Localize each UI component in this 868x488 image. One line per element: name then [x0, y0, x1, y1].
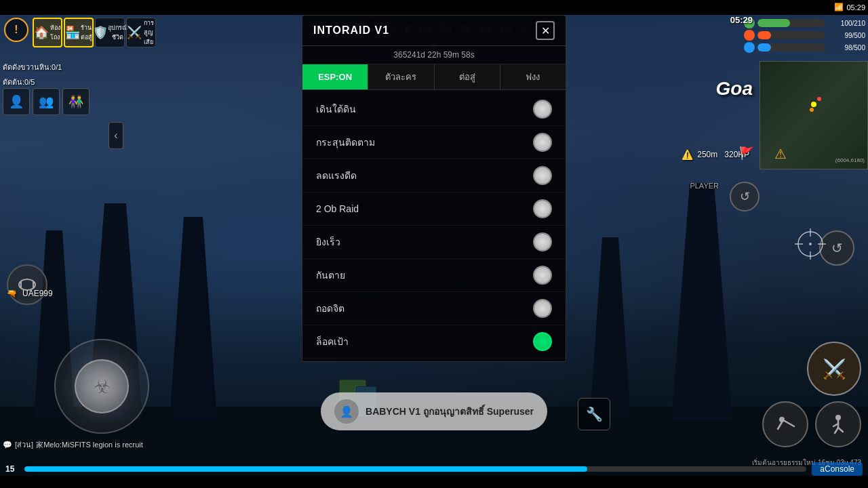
option-label-anti-death: กันตาย — [316, 268, 345, 283]
top-bar — [0, 0, 868, 15]
option-row-2ob-raid: 2 Ob Raid — [302, 192, 566, 226]
tab-esp[interactable]: ESP:ON — [302, 64, 368, 89]
time-value: 05:29 — [846, 3, 865, 12]
toggle-2ob-raid[interactable] — [533, 199, 552, 218]
option-label-reduce-recoil: ลดแรงดีด — [316, 168, 357, 183]
option-label-bullet-follow: กระสุนติดตาม — [316, 135, 375, 150]
dialog-title: INTORAID V1 — [313, 24, 389, 37]
option-label-remove-soul: ถอดจิต — [316, 301, 344, 316]
tab-combat[interactable]: ต่อสู่ — [435, 64, 500, 89]
option-row-walk-underground: เดินใต้ดิน — [302, 93, 566, 126]
option-label-lock-target: ล็อคเป้า — [316, 334, 349, 349]
toggle-lock-target[interactable] — [533, 332, 552, 351]
option-row-fast-shoot: ยิงเร็ว — [302, 226, 566, 259]
tab-misc[interactable]: ฟงง — [500, 64, 566, 89]
option-label-fast-shoot: ยิงเร็ว — [316, 235, 340, 249]
dialog-header: INTORAID V1 ✕ — [302, 16, 566, 46]
dialog-close-button[interactable]: ✕ — [536, 21, 555, 40]
tab-character[interactable]: ตัวละคร — [368, 64, 434, 89]
toggle-remove-soul[interactable] — [533, 299, 552, 318]
status-icons: 📶 05:29 — [834, 3, 865, 12]
toggle-anti-death[interactable] — [533, 266, 552, 285]
option-row-reduce-recoil: ลดแรงดีด — [302, 159, 566, 192]
option-row-lock-target: ล็อคเป้า — [302, 325, 566, 359]
dialog-tabs: ESP:ON ตัวละคร ต่อสู่ ฟงง — [302, 64, 566, 90]
dialog-subtitle: 365241d 22h 59m 58s — [302, 46, 566, 64]
toggle-fast-shoot[interactable] — [533, 232, 552, 251]
dialog-content: เดินใต้ดิน กระสุนติดตาม ลดแรงดีด 2 Ob Ra… — [302, 90, 566, 361]
intoraid-dialog[interactable]: INTORAID V1 ✕ 365241d 22h 59m 58s ESP:ON… — [302, 15, 566, 362]
wifi-icon: 📶 — [834, 3, 844, 12]
option-label-2ob-raid: 2 Ob Raid — [316, 203, 359, 214]
toggle-bullet-follow[interactable] — [533, 133, 552, 152]
bottom-bar — [0, 476, 868, 488]
option-row-anti-death: กันตาย — [302, 259, 566, 292]
option-row-bullet-follow: กระสุนติดตาม — [302, 126, 566, 159]
toggle-reduce-recoil[interactable] — [533, 166, 552, 185]
toggle-walk-underground[interactable] — [533, 100, 552, 119]
option-label-walk-underground: เดินใต้ดิน — [316, 102, 356, 117]
option-row-remove-soul: ถอดจิต — [302, 292, 566, 325]
